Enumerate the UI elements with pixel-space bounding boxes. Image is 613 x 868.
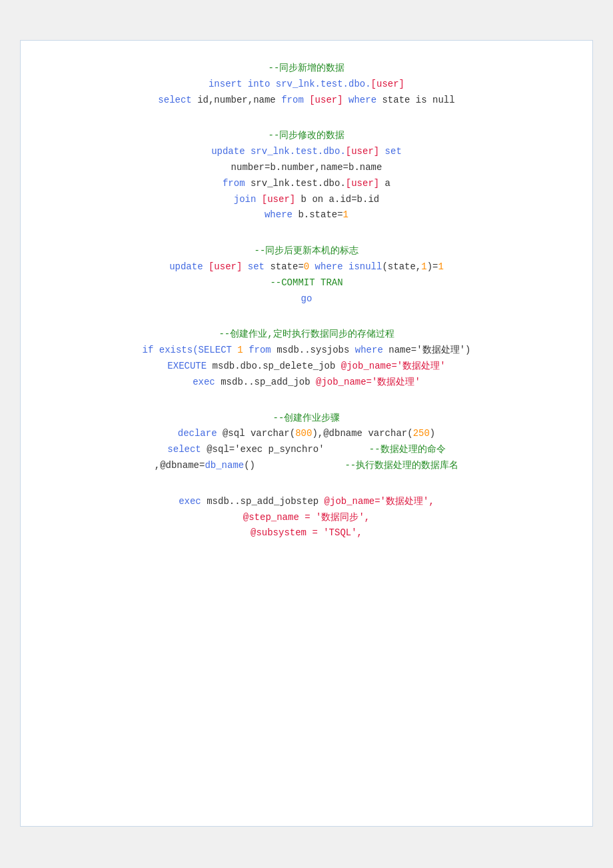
line-execute-delete-job: EXECUTE msdb.dbo.sp_delete_job @job_name… bbox=[34, 359, 579, 375]
section-create-job-step: --创建作业步骤 declare @sql varchar(800),@dbna… bbox=[34, 411, 579, 474]
line-go: go bbox=[34, 291, 579, 307]
comment-sync-insert: --同步新增的数据 bbox=[34, 61, 579, 77]
line-update-state: update [user] set state=0 where isnull(s… bbox=[34, 259, 579, 275]
line-set-values: number=b.number,name=b.name bbox=[34, 160, 579, 176]
comment-sync-flag: --同步后更新本机的标志 bbox=[34, 243, 579, 259]
line-update-user: update srv_lnk.test.dbo.[user] set bbox=[34, 144, 579, 160]
line-exec-add-job: exec msdb..sp_add_job @job_name='数据处理' bbox=[34, 375, 579, 391]
line-subsystem: @subsystem = 'TSQL', bbox=[34, 525, 579, 541]
section-sync-update: --同步修改的数据 update srv_lnk.test.dbo.[user]… bbox=[34, 128, 579, 223]
section-sync-flag: --同步后更新本机的标志 update [user] set state=0 w… bbox=[34, 243, 579, 307]
code-container: --同步新增的数据 insert into srv_lnk.test.dbo.[… bbox=[20, 40, 593, 827]
line-insert-into: insert into srv_lnk.test.dbo.[user] bbox=[34, 77, 579, 93]
line-declare: declare @sql varchar(800),@dbname varcha… bbox=[34, 426, 579, 442]
line-dbname: ,@dbname=db_name() --执行数据处理的数据库名 bbox=[34, 458, 579, 474]
line-join-user: join [user] b on a.id=b.id bbox=[34, 192, 579, 208]
section-sync-insert: --同步新增的数据 insert into srv_lnk.test.dbo.[… bbox=[34, 61, 579, 108]
line-exec-add-jobstep: exec msdb..sp_add_jobstep @job_name='数据处… bbox=[34, 494, 579, 510]
line-from-user: from srv_lnk.test.dbo.[user] a bbox=[34, 176, 579, 192]
line-step-name: @step_name = '数据同步', bbox=[34, 510, 579, 526]
line-select-sql: select @sql='exec p_synchro' --数据处理的命令 bbox=[34, 442, 579, 458]
comment-create-job: --创建作业,定时执行数据同步的存储过程 bbox=[34, 327, 579, 343]
section-exec-jobstep: exec msdb..sp_add_jobstep @job_name='数据处… bbox=[34, 494, 579, 541]
line-if-exists: if exists(SELECT 1 from msdb..sysjobs wh… bbox=[34, 343, 579, 359]
line-commit-tran: --COMMIT TRAN bbox=[34, 275, 579, 291]
comment-sync-update: --同步修改的数据 bbox=[34, 128, 579, 144]
section-create-job: --创建作业,定时执行数据同步的存储过程 if exists(SELECT 1 … bbox=[34, 327, 579, 390]
comment-create-job-step: --创建作业步骤 bbox=[34, 411, 579, 427]
line-where-state: where b.state=1 bbox=[34, 207, 579, 223]
line-select-from-user: select id,number,name from [user] where … bbox=[34, 93, 579, 109]
